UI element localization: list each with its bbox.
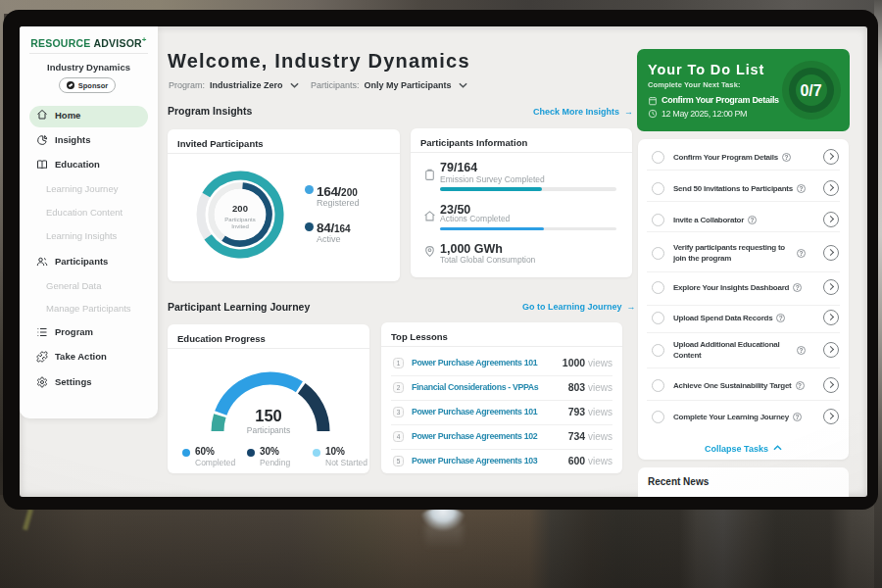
svg-text:Invited: Invited [231,223,249,229]
svg-text:Participants: Participants [224,217,255,222]
svg-text:200: 200 [232,203,248,214]
